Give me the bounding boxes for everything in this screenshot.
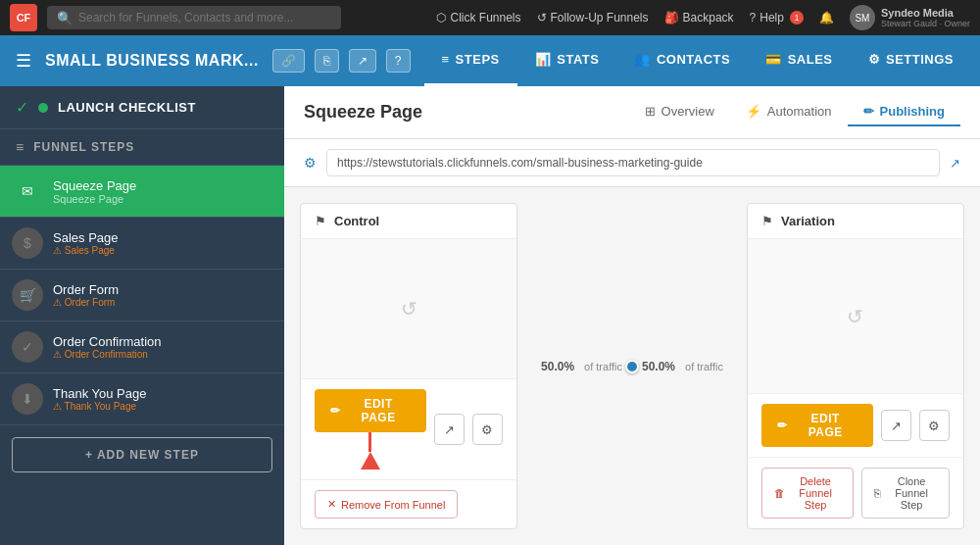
- step-icon-cart: 🛒: [12, 279, 43, 311]
- main-layout: ✓ LAUNCH CHECKLIST ≡ FUNNEL STEPS ✉ Sque…: [0, 86, 980, 545]
- app-logo[interactable]: CF: [10, 4, 37, 31]
- warning-icon-sales: ⚠: [53, 245, 62, 256]
- step-item-sales-page[interactable]: $ Sales Page ⚠ Sales Page: [0, 218, 284, 270]
- nav-steps[interactable]: ≡ STEPS: [424, 35, 517, 86]
- slider-thumb[interactable]: [625, 360, 639, 373]
- variation-traffic-label: of traffic: [685, 361, 723, 372]
- url-settings-icon: ⚙: [304, 155, 317, 171]
- funnel-title: SMALL BUSINESS MARK...: [45, 52, 259, 70]
- step-sub-order-form: ⚠ Order Form: [53, 297, 272, 308]
- traffic-slider-area: 50.0% of traffic 50.0% of traffic: [533, 203, 731, 529]
- tab-publishing[interactable]: ✏ Publishing: [848, 98, 960, 126]
- url-input[interactable]: [326, 149, 940, 176]
- help-link[interactable]: ? Help 1: [750, 11, 804, 25]
- variation-edit-page-button[interactable]: ✏ EDIT PAGE: [761, 404, 873, 447]
- variation-variant-footer: 🗑 Delete Funnel Step ⎘ Clone Funnel Step: [748, 457, 963, 528]
- variation-variant-title: Variation: [781, 214, 835, 228]
- control-variant-preview: ↺: [301, 239, 516, 378]
- step-name-order-form: Order Form: [53, 282, 272, 297]
- remove-icon: ✕: [327, 498, 336, 511]
- control-variant-header: ⚑ Control: [301, 204, 516, 239]
- control-loading-spinner: ↺: [401, 297, 417, 321]
- funnel-navigation: ≡ STEPS 📊 STATS 👥 CONTACTS 💳 SALES ⚙ SET…: [424, 35, 972, 86]
- avatar: SM: [850, 5, 875, 30]
- variation-settings-button[interactable]: ⚙: [919, 410, 950, 441]
- copy-button[interactable]: ⎘: [315, 49, 339, 73]
- stats-icon: 📊: [535, 52, 552, 67]
- automation-icon: ⚡: [746, 104, 761, 119]
- followup-funnels-link[interactable]: ↺ Follow-Up Funnels: [537, 11, 649, 25]
- nav-contacts[interactable]: 👥 CONTACTS: [616, 35, 748, 86]
- url-bar: ⚙ ↗: [284, 139, 980, 187]
- share-button[interactable]: 🔗: [272, 49, 305, 73]
- nav-sales[interactable]: 💳 SALES: [748, 35, 850, 86]
- search-icon: 🔍: [57, 11, 73, 25]
- control-traffic-pct: 50.0%: [541, 360, 574, 373]
- delete-funnel-step-button[interactable]: 🗑 Delete Funnel Step: [761, 468, 854, 519]
- url-external-link-icon[interactable]: ↗: [950, 156, 960, 171]
- step-item-order-confirmation[interactable]: ✓ Order Confirmation ⚠ Order Confirmatio…: [0, 322, 284, 373]
- control-variant-actions: ✏ EDIT PAGE ↗ ⚙: [301, 378, 516, 479]
- remove-from-funnel-button[interactable]: ✕ Remove From Funnel: [315, 490, 458, 519]
- control-settings-button[interactable]: ⚙: [472, 414, 503, 445]
- clickfunnels-icon: ⬡: [436, 11, 446, 25]
- info-button[interactable]: ?: [386, 49, 411, 73]
- step-sub-sales: ⚠ Sales Page: [53, 245, 272, 256]
- step-sub-thank-you: ⚠ Thank You Page: [53, 401, 272, 412]
- launch-checklist[interactable]: ✓ LAUNCH CHECKLIST: [0, 86, 284, 129]
- step-sub-order-confirmation: ⚠ Order Confirmation: [53, 349, 272, 360]
- backpack-link[interactable]: 🎒 Backpack: [664, 11, 734, 25]
- tab-automation[interactable]: ⚡ Automation: [730, 98, 848, 126]
- bell-icon: 🔔: [819, 11, 834, 25]
- control-edit-page-button[interactable]: ✏ EDIT PAGE: [315, 389, 426, 432]
- control-traffic-label: of traffic: [584, 361, 622, 372]
- funnel-header-icon: ☰: [16, 50, 31, 72]
- split-test-area: ⚑ Control ↺ ✏ EDIT PAGE ↗: [284, 187, 980, 545]
- control-external-link-button[interactable]: ↗: [434, 414, 465, 445]
- search-bar[interactable]: 🔍: [47, 6, 341, 29]
- step-item-order-form[interactable]: 🛒 Order Form ⚠ Order Form: [0, 270, 284, 322]
- search-input[interactable]: [78, 11, 331, 25]
- page-tabs: ⊞ Overview ⚡ Automation ✏ Publishing: [629, 98, 960, 126]
- nav-stats[interactable]: 📊 STATS: [517, 35, 617, 86]
- variation-external-link-button[interactable]: ↗: [881, 410, 911, 441]
- nav-settings[interactable]: ⚙ SETTINGS: [851, 35, 972, 86]
- variation-variant-preview: ↺: [748, 239, 963, 393]
- step-item-thank-you[interactable]: ⬇ Thank You Page ⚠ Thank You Page: [0, 373, 284, 425]
- funnel-header: ☰ SMALL BUSINESS MARK... 🔗 ⎘ ↗ ? ≡ STEPS…: [0, 35, 980, 86]
- clone-funnel-step-button[interactable]: ⎘ Clone Funnel Step: [861, 468, 950, 519]
- add-new-step-button[interactable]: + ADD NEW STEP: [12, 437, 272, 472]
- step-icon-download: ⬇: [12, 383, 43, 415]
- steps-icon: ≡: [442, 52, 450, 67]
- top-nav-links: ⬡ Click Funnels ↺ Follow-Up Funnels 🎒 Ba…: [436, 5, 970, 30]
- variation-variant-header: ⚑ Variation: [748, 204, 963, 239]
- funnel-steps-header: ≡ FUNNEL STEPS: [0, 129, 284, 166]
- step-icon-email: ✉: [12, 175, 43, 207]
- edit-page-arrow-indicator: ✏ EDIT PAGE: [315, 389, 426, 470]
- warning-icon-order: ⚠: [53, 297, 62, 308]
- step-name-order-confirmation: Order Confirmation: [53, 334, 272, 349]
- funnel-steps-label: FUNNEL STEPS: [33, 140, 134, 154]
- funnel-header-actions: 🔗 ⎘ ↗ ?: [272, 49, 411, 73]
- control-variant-title: Control: [334, 214, 379, 228]
- step-item-squeeze-page[interactable]: ✉ Squeeze Page Squeeze Page: [0, 166, 284, 218]
- settings-icon: ⚙: [868, 52, 881, 67]
- control-variant-card: ⚑ Control ↺ ✏ EDIT PAGE ↗: [300, 203, 517, 529]
- edit-icon: ✏: [330, 404, 341, 418]
- arrow-stem: [368, 432, 371, 452]
- tab-overview[interactable]: ⊞ Overview: [629, 98, 730, 126]
- top-navigation: CF 🔍 ⬡ Click Funnels ↺ Follow-Up Funnels…: [0, 0, 980, 35]
- control-variant-footer: ✕ Remove From Funnel: [301, 479, 516, 528]
- traffic-controls: 50.0% of traffic 50.0% of traffic: [541, 360, 723, 373]
- page-header: Squeeze Page ⊞ Overview ⚡ Automation ✏ P…: [284, 86, 980, 139]
- clickfunnels-link[interactable]: ⬡ Click Funnels: [436, 11, 520, 25]
- steps-menu-icon: ≡: [16, 139, 24, 155]
- external-button[interactable]: ↗: [349, 49, 376, 73]
- launch-checklist-label: LAUNCH CHECKLIST: [58, 100, 196, 115]
- backpack-icon: 🎒: [664, 11, 679, 25]
- variation-loading-spinner: ↺: [847, 305, 863, 328]
- checklist-dot: [38, 103, 48, 113]
- variation-edit-icon: ✏: [777, 419, 788, 432]
- notification-bell[interactable]: 🔔: [819, 11, 834, 25]
- user-menu[interactable]: SM Syndeo Media Stewart Gauld · Owner: [850, 5, 970, 30]
